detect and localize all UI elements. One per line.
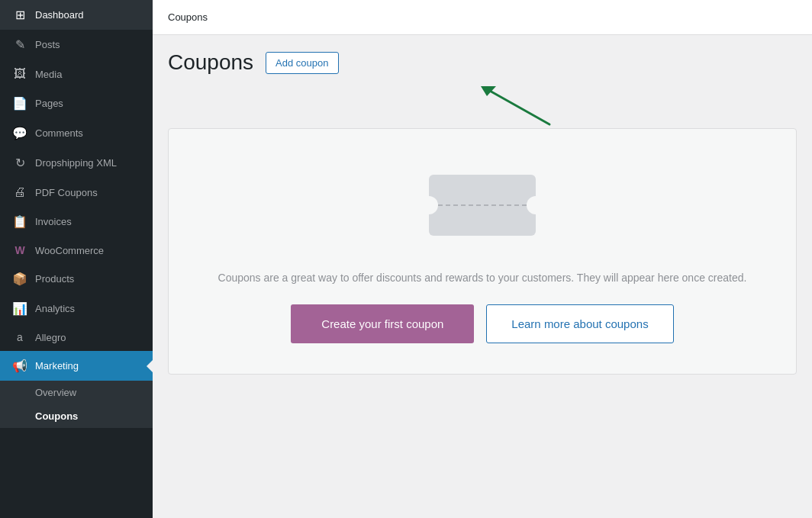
- sidebar-item-media[interactable]: 🖼 Media: [0, 60, 153, 88]
- page-title: Coupons: [168, 50, 253, 75]
- sidebar-item-products[interactable]: 📦 Products: [0, 264, 153, 294]
- learn-more-coupons-button[interactable]: Learn more about coupons: [486, 304, 673, 343]
- top-bar: Coupons: [153, 0, 812, 35]
- sidebar-item-pdf-coupons[interactable]: 🖨 PDF Coupons: [0, 178, 153, 207]
- dashboard-icon: ⊞: [12, 8, 27, 22]
- active-marker: [147, 360, 153, 372]
- sidebar-item-marketing[interactable]: 📢 Marketing: [0, 351, 153, 381]
- analytics-icon: 📊: [12, 301, 27, 316]
- svg-line-0: [488, 90, 549, 124]
- coupon-illustration: [421, 159, 543, 251]
- sidebar-item-analytics[interactable]: 📊 Analytics: [0, 294, 153, 323]
- empty-state: Coupons are a great way to offer discoun…: [168, 128, 797, 375]
- sidebar-submenu-marketing: Overview Coupons: [0, 381, 153, 428]
- sidebar-item-allegro[interactable]: a Allegro: [0, 323, 153, 351]
- sidebar: ⊞ Dashboard ✎ Posts 🖼 Media 📄 Pages 💬 Co…: [0, 0, 153, 518]
- breadcrumb-title: Coupons: [168, 11, 208, 23]
- empty-state-actions: Create your first coupon Learn more abou…: [184, 304, 781, 343]
- sidebar-item-woocommerce[interactable]: W WooCommerce: [0, 236, 153, 264]
- add-coupon-button[interactable]: Add coupon: [266, 52, 338, 74]
- page-content: Coupons Add coupon: [153, 35, 812, 518]
- main-content: Coupons Coupons Add coupon: [153, 0, 812, 518]
- invoices-icon: 📋: [12, 214, 27, 229]
- allegro-icon: a: [12, 331, 27, 343]
- page-header: Coupons Add coupon: [168, 50, 797, 75]
- svg-marker-1: [481, 86, 496, 96]
- arrow-icon: [473, 82, 580, 128]
- sidebar-item-posts[interactable]: ✎ Posts: [0, 30, 153, 60]
- sidebar-item-dropshipping[interactable]: ↻ Dropshipping XML: [0, 148, 153, 178]
- submenu-item-overview[interactable]: Overview: [0, 381, 153, 404]
- woocommerce-icon: W: [12, 244, 27, 256]
- sidebar-item-pages[interactable]: 📄 Pages: [0, 88, 153, 118]
- pages-icon: 📄: [12, 96, 27, 111]
- products-icon: 📦: [12, 272, 27, 286]
- sidebar-item-comments[interactable]: 💬 Comments: [0, 118, 153, 148]
- marketing-icon: 📢: [12, 359, 27, 373]
- pdf-coupons-icon: 🖨: [12, 185, 27, 199]
- arrow-annotation: [427, 82, 797, 128]
- submenu-item-coupons[interactable]: Coupons: [0, 404, 153, 428]
- empty-state-description: Coupons are a great way to offer discoun…: [184, 269, 781, 286]
- svg-rect-2: [429, 175, 536, 236]
- create-first-coupon-button[interactable]: Create your first coupon: [291, 304, 474, 343]
- dropshipping-icon: ↻: [12, 156, 27, 170]
- coupon-icon-container: [184, 159, 781, 251]
- comments-icon: 💬: [12, 126, 27, 140]
- sidebar-item-dashboard[interactable]: ⊞ Dashboard: [0, 0, 153, 30]
- sidebar-item-invoices[interactable]: 📋 Invoices: [0, 207, 153, 236]
- posts-icon: ✎: [12, 37, 27, 52]
- media-icon: 🖼: [12, 67, 27, 81]
